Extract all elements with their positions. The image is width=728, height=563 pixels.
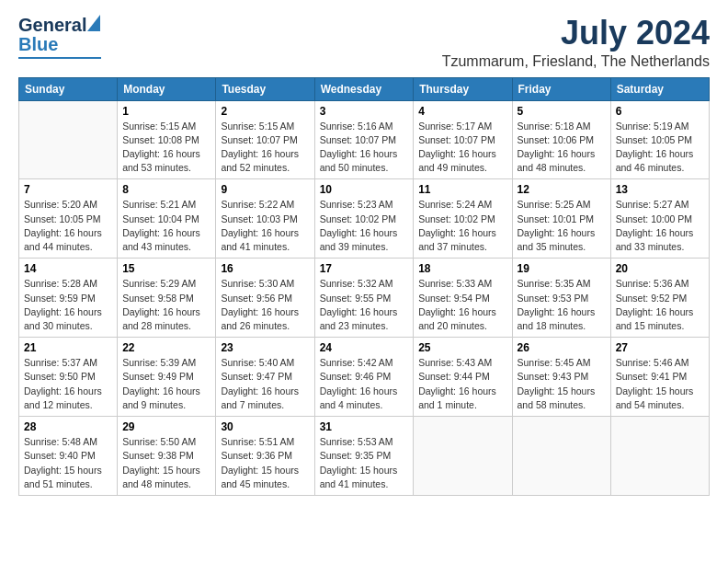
day-number: 27 bbox=[616, 341, 704, 354]
cell-info-text: Sunrise: 5:22 AM Sunset: 10:03 PM Daylig… bbox=[221, 198, 309, 254]
weekday-header-sunday: Sunday bbox=[19, 77, 118, 100]
day-number: 28 bbox=[24, 420, 112, 433]
calendar-cell: 4Sunrise: 5:17 AM Sunset: 10:07 PM Dayli… bbox=[414, 100, 512, 179]
logo-underline bbox=[18, 57, 101, 59]
day-number: 30 bbox=[221, 420, 309, 433]
calendar-cell: 3Sunrise: 5:16 AM Sunset: 10:07 PM Dayli… bbox=[314, 100, 414, 179]
calendar-cell: 21Sunrise: 5:37 AM Sunset: 9:50 PM Dayli… bbox=[19, 338, 118, 417]
day-number: 1 bbox=[122, 105, 210, 118]
day-number: 8 bbox=[122, 183, 210, 196]
calendar-cell: 14Sunrise: 5:28 AM Sunset: 9:59 PM Dayli… bbox=[19, 259, 118, 338]
calendar-cell: 25Sunrise: 5:43 AM Sunset: 9:44 PM Dayli… bbox=[414, 338, 512, 417]
cell-info-text: Sunrise: 5:24 AM Sunset: 10:02 PM Daylig… bbox=[418, 198, 506, 254]
calendar-cell: 5Sunrise: 5:18 AM Sunset: 10:06 PM Dayli… bbox=[512, 100, 610, 179]
cell-info-text: Sunrise: 5:20 AM Sunset: 10:05 PM Daylig… bbox=[24, 198, 112, 254]
calendar-cell: 24Sunrise: 5:42 AM Sunset: 9:46 PM Dayli… bbox=[314, 338, 414, 417]
calendar-week-row: 28Sunrise: 5:48 AM Sunset: 9:40 PM Dayli… bbox=[19, 417, 710, 496]
calendar-table: SundayMondayTuesdayWednesdayThursdayFrid… bbox=[18, 77, 710, 496]
calendar-cell: 29Sunrise: 5:50 AM Sunset: 9:38 PM Dayli… bbox=[118, 417, 216, 496]
calendar-cell: 15Sunrise: 5:29 AM Sunset: 9:58 PM Dayli… bbox=[118, 259, 216, 338]
day-number: 23 bbox=[221, 341, 309, 354]
calendar-cell: 30Sunrise: 5:51 AM Sunset: 9:36 PM Dayli… bbox=[216, 417, 314, 496]
calendar-cell: 12Sunrise: 5:25 AM Sunset: 10:01 PM Dayl… bbox=[512, 179, 610, 259]
cell-info-text: Sunrise: 5:36 AM Sunset: 9:52 PM Dayligh… bbox=[616, 277, 704, 333]
weekday-header-thursday: Thursday bbox=[414, 77, 512, 100]
logo: General Blue bbox=[18, 15, 101, 59]
calendar-cell: 7Sunrise: 5:20 AM Sunset: 10:05 PM Dayli… bbox=[19, 179, 118, 259]
day-number: 15 bbox=[122, 262, 210, 275]
location-subtitle: Tzummarum, Friesland, The Netherlands bbox=[442, 53, 710, 70]
logo-general-text: General bbox=[18, 16, 86, 34]
day-number: 31 bbox=[320, 420, 409, 433]
weekday-header-monday: Monday bbox=[118, 77, 216, 100]
day-number: 19 bbox=[518, 262, 606, 275]
calendar-cell: 13Sunrise: 5:27 AM Sunset: 10:00 PM Dayl… bbox=[610, 179, 709, 259]
calendar-cell: 27Sunrise: 5:46 AM Sunset: 9:41 PM Dayli… bbox=[610, 338, 709, 417]
calendar-cell: 16Sunrise: 5:30 AM Sunset: 9:56 PM Dayli… bbox=[216, 259, 314, 338]
cell-info-text: Sunrise: 5:39 AM Sunset: 9:49 PM Dayligh… bbox=[122, 356, 210, 412]
day-number: 20 bbox=[616, 262, 704, 275]
day-number: 9 bbox=[221, 183, 309, 196]
day-number: 5 bbox=[518, 105, 606, 118]
day-number: 22 bbox=[122, 341, 210, 354]
cell-info-text: Sunrise: 5:23 AM Sunset: 10:02 PM Daylig… bbox=[320, 198, 409, 254]
calendar-cell: 6Sunrise: 5:19 AM Sunset: 10:05 PM Dayli… bbox=[610, 100, 709, 179]
cell-info-text: Sunrise: 5:27 AM Sunset: 10:00 PM Daylig… bbox=[616, 198, 704, 254]
calendar-cell: 26Sunrise: 5:45 AM Sunset: 9:43 PM Dayli… bbox=[512, 338, 610, 417]
calendar-cell: 9Sunrise: 5:22 AM Sunset: 10:03 PM Dayli… bbox=[216, 179, 314, 259]
cell-info-text: Sunrise: 5:15 AM Sunset: 10:08 PM Daylig… bbox=[122, 120, 210, 176]
day-number: 26 bbox=[518, 341, 606, 354]
calendar-cell bbox=[19, 100, 118, 179]
calendar-cell bbox=[414, 417, 512, 496]
cell-info-text: Sunrise: 5:33 AM Sunset: 9:54 PM Dayligh… bbox=[418, 277, 506, 333]
day-number: 7 bbox=[24, 183, 112, 196]
calendar-cell: 31Sunrise: 5:53 AM Sunset: 9:35 PM Dayli… bbox=[314, 417, 414, 496]
day-number: 2 bbox=[221, 105, 309, 118]
cell-info-text: Sunrise: 5:50 AM Sunset: 9:38 PM Dayligh… bbox=[122, 435, 210, 491]
cell-info-text: Sunrise: 5:43 AM Sunset: 9:44 PM Dayligh… bbox=[418, 356, 506, 412]
weekday-header-friday: Friday bbox=[512, 77, 610, 100]
cell-info-text: Sunrise: 5:53 AM Sunset: 9:35 PM Dayligh… bbox=[320, 435, 409, 491]
weekday-header-wednesday: Wednesday bbox=[314, 77, 414, 100]
weekday-header-tuesday: Tuesday bbox=[216, 77, 314, 100]
day-number: 6 bbox=[616, 105, 704, 118]
calendar-cell: 10Sunrise: 5:23 AM Sunset: 10:02 PM Dayl… bbox=[314, 179, 414, 259]
calendar-cell: 28Sunrise: 5:48 AM Sunset: 9:40 PM Dayli… bbox=[19, 417, 118, 496]
day-number: 14 bbox=[24, 262, 112, 275]
calendar-cell: 17Sunrise: 5:32 AM Sunset: 9:55 PM Dayli… bbox=[314, 259, 414, 338]
calendar-cell: 22Sunrise: 5:39 AM Sunset: 9:49 PM Dayli… bbox=[118, 338, 216, 417]
cell-info-text: Sunrise: 5:45 AM Sunset: 9:43 PM Dayligh… bbox=[518, 356, 606, 412]
title-block: July 2024 Tzummarum, Friesland, The Neth… bbox=[442, 15, 710, 70]
cell-info-text: Sunrise: 5:37 AM Sunset: 9:50 PM Dayligh… bbox=[24, 356, 112, 412]
cell-info-text: Sunrise: 5:16 AM Sunset: 10:07 PM Daylig… bbox=[320, 120, 409, 176]
day-number: 18 bbox=[418, 262, 506, 275]
cell-info-text: Sunrise: 5:40 AM Sunset: 9:47 PM Dayligh… bbox=[221, 356, 309, 412]
day-number: 11 bbox=[418, 183, 506, 196]
cell-info-text: Sunrise: 5:17 AM Sunset: 10:07 PM Daylig… bbox=[418, 120, 506, 176]
cell-info-text: Sunrise: 5:25 AM Sunset: 10:01 PM Daylig… bbox=[518, 198, 606, 254]
day-number: 25 bbox=[418, 341, 506, 354]
logo-triangle-icon bbox=[87, 15, 100, 34]
cell-info-text: Sunrise: 5:48 AM Sunset: 9:40 PM Dayligh… bbox=[24, 435, 112, 491]
calendar-cell: 19Sunrise: 5:35 AM Sunset: 9:53 PM Dayli… bbox=[512, 259, 610, 338]
day-number: 4 bbox=[418, 105, 506, 118]
calendar-header: SundayMondayTuesdayWednesdayThursdayFrid… bbox=[19, 77, 710, 100]
calendar-cell: 18Sunrise: 5:33 AM Sunset: 9:54 PM Dayli… bbox=[414, 259, 512, 338]
calendar-week-row: 21Sunrise: 5:37 AM Sunset: 9:50 PM Dayli… bbox=[19, 338, 710, 417]
cell-info-text: Sunrise: 5:35 AM Sunset: 9:53 PM Dayligh… bbox=[518, 277, 606, 333]
calendar-week-row: 7Sunrise: 5:20 AM Sunset: 10:05 PM Dayli… bbox=[19, 179, 710, 259]
cell-info-text: Sunrise: 5:29 AM Sunset: 9:58 PM Dayligh… bbox=[122, 277, 210, 333]
weekday-header-saturday: Saturday bbox=[610, 77, 709, 100]
calendar-cell: 23Sunrise: 5:40 AM Sunset: 9:47 PM Dayli… bbox=[216, 338, 314, 417]
calendar-cell bbox=[610, 417, 709, 496]
cell-info-text: Sunrise: 5:19 AM Sunset: 10:05 PM Daylig… bbox=[616, 120, 704, 176]
day-number: 12 bbox=[518, 183, 606, 196]
cell-info-text: Sunrise: 5:21 AM Sunset: 10:04 PM Daylig… bbox=[122, 198, 210, 254]
calendar-week-row: 1Sunrise: 5:15 AM Sunset: 10:08 PM Dayli… bbox=[19, 100, 710, 179]
cell-info-text: Sunrise: 5:51 AM Sunset: 9:36 PM Dayligh… bbox=[221, 435, 309, 491]
day-number: 10 bbox=[320, 183, 409, 196]
calendar-cell: 1Sunrise: 5:15 AM Sunset: 10:08 PM Dayli… bbox=[118, 100, 216, 179]
calendar-cell: 2Sunrise: 5:15 AM Sunset: 10:07 PM Dayli… bbox=[216, 100, 314, 179]
cell-info-text: Sunrise: 5:32 AM Sunset: 9:55 PM Dayligh… bbox=[320, 277, 409, 333]
weekday-header-row: SundayMondayTuesdayWednesdayThursdayFrid… bbox=[19, 77, 710, 100]
